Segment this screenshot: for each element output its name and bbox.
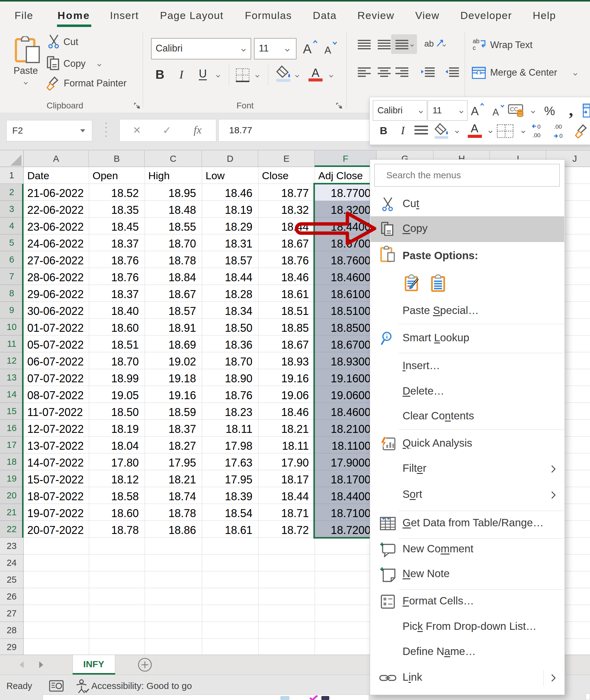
svg-text:0: 0: [559, 133, 563, 138]
svg-text:CC: CC: [510, 106, 518, 112]
svg-text:ab: ab: [473, 38, 479, 44]
svg-text:c: c: [473, 44, 476, 51]
svg-text:.00: .00: [532, 132, 540, 138]
svg-text:.00: .00: [554, 124, 562, 130]
svg-text:0: 0: [537, 124, 541, 130]
